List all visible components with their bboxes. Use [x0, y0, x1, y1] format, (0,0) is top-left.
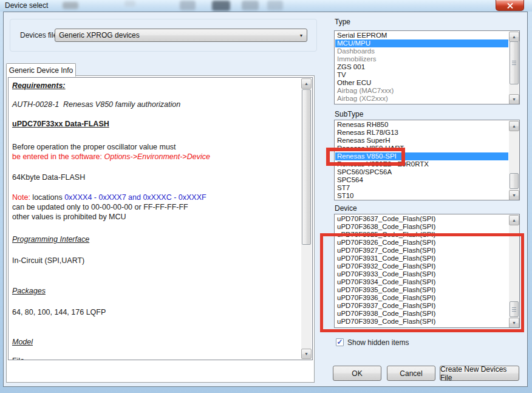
warning-line1: Before operation the proper oscillator v… — [12, 143, 176, 151]
close-button[interactable] — [496, 0, 524, 11]
flash-size-line: 64Kbyte Data-FLASH — [12, 173, 85, 182]
scroll-down-icon: ▼ — [512, 321, 516, 325]
subtype-list-item[interactable]: ST10 — [335, 192, 508, 200]
scroll-up-icon: ▲ — [512, 218, 516, 222]
scroll-down-icon: ▼ — [512, 193, 516, 197]
device-listbox[interactable]: uPD70F3637_Code_Flash(SPI)uPD70F3638_Cod… — [334, 214, 520, 328]
toolbar-icon — [212, 1, 230, 11]
tab-generic-device-info[interactable]: Generic Device Info — [6, 63, 76, 77]
device-list-item[interactable]: uPD70F3937_Code_Flash(SPI) — [335, 302, 508, 310]
device-list-item[interactable]: uPD70F3932_Code_Flash(SPI) — [335, 262, 508, 270]
subtype-list-item[interactable]: ST7 — [335, 184, 508, 192]
cancel-label: Cancel — [400, 369, 422, 378]
note-line3: other values is prohibited by MCU — [12, 213, 126, 221]
packages-heading: Packages — [12, 287, 46, 295]
type-listbox[interactable]: Serial EEPROMMCU/MPUDashboardsImmobilize… — [334, 30, 520, 104]
scrollbar-thumb[interactable] — [302, 89, 311, 245]
auth-line: AUTH-0028-1 Renesas V850 family authoriz… — [12, 100, 180, 109]
subtype-listbox[interactable]: Renesas RH850Renesas RL78/G13Renesas Sup… — [334, 120, 520, 200]
scroll-up-button[interactable]: ▲ — [509, 32, 519, 42]
requirements-heading: Requirements: — [12, 81, 66, 90]
device-list-item[interactable]: uPD70F3637_Code_Flash(SPI) — [335, 215, 508, 223]
scroll-down-button[interactable]: ▼ — [509, 190, 519, 200]
scroll-down-button[interactable]: ▼ — [301, 349, 312, 359]
options-path: Options->Environment->Device — [104, 152, 210, 161]
type-list-item[interactable]: TV — [335, 71, 508, 79]
subtype-list-item[interactable]: Renesas V850-SPI — [335, 152, 508, 160]
show-hidden-checkbox[interactable]: ✓ — [336, 338, 344, 346]
tab-label: Generic Device Info — [9, 66, 73, 75]
create-new-devices-file-label: Create New Devices File — [440, 365, 519, 382]
device-list-item[interactable]: uPD70F3936_Code_Flash(SPI) — [335, 294, 508, 302]
ok-button[interactable]: OK — [333, 366, 381, 381]
device-info-richtext[interactable]: Requirements: AUTH-0028-1 Renesas V850 f… — [8, 77, 313, 360]
info-scrollbar[interactable]: ▲ ▼ — [301, 78, 312, 359]
programming-interface-heading: Programming Interface — [12, 235, 89, 244]
scrollbar-thumb[interactable] — [510, 41, 519, 84]
device-list-item[interactable]: uPD70F3935_Code_Flash(SPI) — [335, 286, 508, 294]
subtype-list-item[interactable]: Renesas RH850 — [335, 121, 508, 129]
device-list-item[interactable]: uPD70F3934_Code_Flash(SPI) — [335, 278, 508, 286]
scroll-down-icon: ▼ — [512, 97, 516, 101]
type-list-item[interactable]: Dashboards — [335, 47, 508, 55]
scroll-up-button[interactable]: ▲ — [301, 78, 312, 89]
toolbar-icon — [124, 1, 135, 7]
subtype-list-item[interactable]: Renesas V850-UART — [335, 145, 508, 152]
device-list-item[interactable]: uPD70F3926_Code_Flash(SPI) — [335, 239, 508, 247]
warning-line2: be entered in the software: Options->Env… — [12, 152, 210, 161]
device-list-item[interactable]: uPD70F3638_Code_Flash(SPI) — [335, 223, 508, 231]
title-bar[interactable]: Device select — [0, 0, 532, 12]
device-scrollbar[interactable]: ▲ ▼ — [509, 215, 519, 328]
subtype-list-item[interactable]: Renesas RL78/G13 — [335, 129, 508, 137]
show-hidden-label: Show hidden items — [347, 338, 409, 347]
scroll-up-button[interactable]: ▲ — [509, 215, 519, 225]
type-list-item[interactable]: Airbag (SPC560x/MPC560x) — [335, 103, 508, 104]
subtype-label: SubType — [335, 110, 363, 118]
scroll-up-button[interactable]: ▲ — [509, 121, 519, 131]
subtype-list-item[interactable]: Renesas V850E2+ E0R0RTX — [335, 160, 508, 168]
warning-line2-text: be entered in the software: — [12, 152, 104, 161]
file-heading: File — [12, 357, 24, 360]
note-mid: locations — [30, 193, 64, 202]
subtype-list-item[interactable]: Renesas SuperH — [335, 137, 508, 145]
create-new-devices-file-button[interactable]: Create New Devices File — [440, 366, 519, 381]
scroll-down-button[interactable]: ▼ — [509, 94, 519, 104]
type-list-item[interactable]: Other ECU — [335, 79, 508, 87]
devices-file-value: Generic XPROG devices — [59, 31, 296, 39]
type-list-item[interactable]: Airbag (XC2xxx) — [335, 95, 508, 103]
device-list-item[interactable]: uPD70F3925_Code_Flash(SPI) — [335, 231, 508, 239]
scroll-up-icon: ▲ — [512, 124, 516, 128]
subtype-list-item[interactable]: SPC564 — [335, 176, 508, 184]
device-list-item[interactable]: uPD70F3938_Code_Flash(SPI) — [335, 310, 508, 318]
device-list-item[interactable]: uPD70F3927_Code_Flash(SPI) — [335, 247, 508, 255]
type-list-item[interactable]: ZGS 001 — [335, 63, 508, 71]
scrollbar-thumb[interactable] — [510, 301, 519, 317]
device-list-item[interactable]: uPD70F3933_Code_Flash(SPI) — [335, 270, 508, 278]
note-line1: Note: locations 0xXXX4 - 0xXXX7 and 0xXX… — [12, 193, 206, 202]
toolbar-icon — [242, 1, 259, 10]
cancel-button[interactable]: Cancel — [387, 366, 435, 381]
type-list-item[interactable]: Airbag (MAC7xxx) — [335, 87, 508, 95]
subtype-scrollbar[interactable]: ▲ ▼ — [509, 121, 519, 200]
type-label: Type — [335, 18, 350, 26]
device-list-item[interactable]: uPD70F3939_Code_Flash(SPI) — [335, 318, 508, 326]
scroll-down-button[interactable]: ▼ — [509, 318, 519, 328]
device-select-dialog: Device select Devices file: Generic XPRO… — [0, 0, 532, 393]
close-icon — [507, 0, 513, 11]
devices-file-select[interactable]: Generic XPROG devices ▼ — [55, 29, 307, 42]
type-list-item[interactable]: MCU/MPU — [335, 39, 508, 47]
note-label: Note: — [12, 193, 30, 202]
type-list-item[interactable]: Serial EEPROM — [335, 32, 508, 39]
device-family-heading: uPDC70F33xx Data-FLASH — [12, 120, 109, 128]
note-line2: can be updated only to 00-00-00-00 or FF… — [12, 203, 188, 211]
chevron-down-icon: ▼ — [296, 33, 307, 38]
device-list-item[interactable]: uPD70F3931_Code_Flash(SPI) — [335, 255, 508, 262]
type-scrollbar[interactable]: ▲ ▼ — [509, 32, 519, 104]
scroll-up-icon: ▲ — [304, 81, 309, 86]
type-list-item[interactable]: Immobilizers — [335, 55, 508, 63]
subtype-list-item[interactable]: SPC560/SPC56A — [335, 168, 508, 176]
programming-interface-value: In-Circuit (SPI,UART) — [12, 256, 84, 265]
scrollbar-thumb[interactable] — [510, 173, 519, 189]
scroll-down-icon: ▼ — [304, 352, 309, 356]
packages-value: 64, 80, 100, 144, 176 LQFP — [12, 308, 106, 316]
